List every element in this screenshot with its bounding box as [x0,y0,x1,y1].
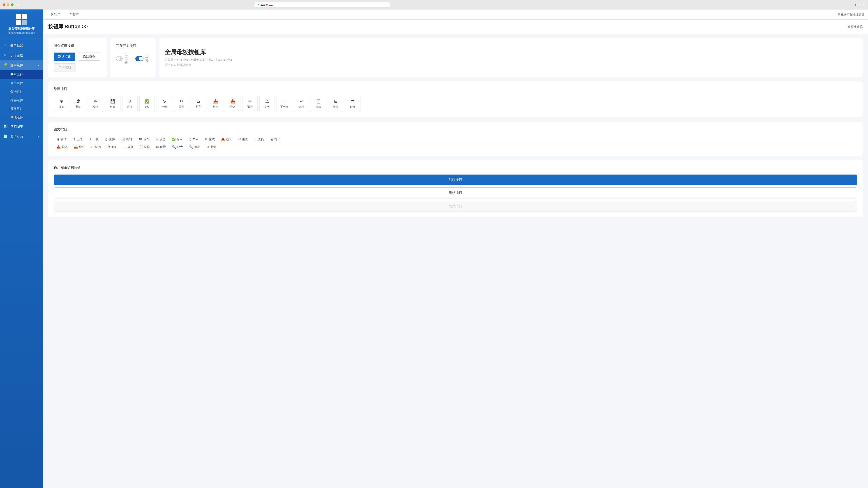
float-btn-manage[interactable]: ⊞ 管理 [328,96,343,112]
generate-icon: ⚙ [205,137,208,141]
logo-square-1 [16,14,21,19]
float-btn-next[interactable]: → 下一步 [277,96,292,112]
text-btn-generate[interactable]: ⚙ 生成 [202,136,218,143]
float-btn-reject[interactable]: ⊘ 拒绝 [157,96,172,112]
reset-icon: ↺ [180,99,183,104]
sidebar-sub-item-data[interactable]: 数据组件 [0,88,43,96]
windows-icon[interactable]: ⊞ [863,3,865,6]
address-text: 127.0.0.1 [260,3,273,6]
toggle-off[interactable] [116,56,123,61]
text-btn-split[interactable]: ⊟ 分屏 [120,144,136,151]
full-btn-outline[interactable]: 原始按钮 [54,187,857,198]
more-resources-action[interactable]: ⊞ 更多资源 [847,25,863,29]
float-btn-reject-label: 拒绝 [161,105,167,109]
browser-actions: ⬆ + ⊞ [855,3,865,6]
text-btn-new[interactable]: ⊕ 新增 [54,136,70,143]
float-btn-edit-label: 编辑 [93,105,98,109]
minimize-button[interactable] [7,3,9,6]
sidebar-item-design[interactable]: ✏ 设计基础 [0,51,43,60]
float-btn-fill[interactable]: 📋 充善 [311,96,326,112]
float-btn-next-label: 下一步 [280,105,288,109]
float-btn-export[interactable]: 📤 导出 [208,96,223,112]
tab-action-resource[interactable]: ⊞ 更多产品经理资源 [838,12,864,17]
float-btn-import[interactable]: 📥 导入 [225,96,241,112]
float-btn-save[interactable]: 💾 保存 [105,96,120,112]
sidebar-sub-item-form[interactable]: 表单组件 [0,79,43,88]
text-btn-export[interactable]: 📤 导出 [71,144,88,151]
chevron-down-icon: ∨ [37,135,39,138]
text-btn-save[interactable]: 💾 保存 [135,136,153,143]
sidebar-item-login[interactable]: ⊞ 登录框架 [0,41,43,51]
share-icon[interactable]: ⬆ [855,3,857,6]
sidebar-item-page[interactable]: 📄 典型页面 ∨ [0,132,43,142]
sidebar-sub-item-basic[interactable]: 基本组件 [0,70,43,79]
float-btn-print[interactable]: 🖨 打印 [191,96,206,112]
close-button[interactable] [3,3,5,6]
text-btn-return[interactable]: ↩ 返回 [88,144,104,151]
float-btn-invalid[interactable]: ⚠ 失效 [259,96,275,112]
new-icon: ⊕ [57,137,60,141]
float-btn-return[interactable]: ↵ 返回 [294,96,309,112]
text-btn-upload[interactable]: ⬆ 上传 [70,136,86,143]
maximize-button[interactable] [11,3,13,6]
toggle-item-on: 正常 [135,55,150,63]
sidebar-sub-label-modal: 弹层组件 [10,98,23,102]
sidebar-sub-item-modal[interactable]: 弹层组件 [0,96,43,105]
back-icon[interactable]: ‹ [20,3,22,6]
full-btn-default[interactable]: 默认按钮 [54,174,857,185]
text-btn-send[interactable]: ✈ 发送 [153,136,168,143]
text-btn-replace[interactable]: ⇄ 置换 [251,136,267,143]
new-tab-icon[interactable]: + [859,3,861,6]
text-btn-time[interactable]: ⏱ 时间 [104,144,120,151]
text-btn-download[interactable]: ⬇ 下载 [86,136,102,143]
text-btn-download-label: 下载 [93,137,99,141]
text-btn-place[interactable]: 📤 放号 [218,136,235,143]
float-btn-delete[interactable]: 🗑 删除 [71,96,86,112]
text-btn-zoomin-label: 放大 [177,145,183,149]
toggle-on[interactable] [135,56,144,61]
float-btn-confirm[interactable]: ✅ 确认 [140,96,155,112]
float-btn-fill-label: 充善 [316,105,321,109]
float-btn-back[interactable]: ↩ 退回 [242,96,257,112]
text-btn-position[interactable]: ⊞ 位置 [153,144,169,151]
float-btn-edit[interactable]: ✏ 编辑 [88,96,103,112]
float-btn-publish[interactable]: ✈ 发布 [122,96,137,112]
send-icon: ✈ [156,137,158,141]
outline-button[interactable]: 原始按钮 [78,53,100,61]
rounded-buttons-title: 圆角矩形按钮 [54,44,101,48]
text-btn-print[interactable]: 🖨 打印 [267,136,283,143]
text-btn-split-label: 分屏 [127,145,133,149]
float-btn-add[interactable]: ⊕ 添加 [54,96,69,112]
logo-title: 后台管理系统组件库 [8,27,35,31]
float-btn-transfer[interactable]: ⇄ 转换 [345,96,361,112]
text-btn-zoomin[interactable]: 🔍 放大 [169,144,186,151]
sidebar-item-common[interactable]: 🧩 通用组件 ∧ [0,60,43,70]
text-btn-zoomout[interactable]: 🔍 缩小 [186,144,203,151]
sidebar-item-label-page: 典型页面 [10,135,35,139]
address-bar[interactable]: ● 127.0.0.1 [255,2,390,7]
text-btn-edit[interactable]: 📝 编辑 [118,136,135,143]
sidebar-toggle-icon[interactable]: ⊞ [16,3,19,6]
text-btn-fullscreen[interactable]: ⛶ 全屏 [136,144,153,151]
text-btn-enable[interactable]: ✅ 启用 [168,136,186,143]
text-btn-position-label: 位置 [160,145,166,149]
text-btn-reset[interactable]: ↺ 重置 [235,136,251,143]
text-btn-disable[interactable]: ⊘ 禁用 [186,136,202,143]
text-btn-delete[interactable]: 🗑 删除 [102,136,118,143]
text-btn-import[interactable]: 📥 导入 [54,144,71,151]
default-button[interactable]: 默认按钮 [54,53,75,61]
float-btn-return-label: 返回 [299,105,304,109]
tab-button[interactable]: 按钮库 [46,9,65,20]
float-btn-reset[interactable]: ↺ 重置 [174,96,189,112]
tab-bar: 按钮库 图标库 ⊞ 更多产品经理资源 [43,9,868,20]
sidebar-item-chart[interactable]: 📊 动态图表 [0,122,43,132]
sidebar-sub-item-nav[interactable]: 导航组件 [0,105,43,113]
text-btn-batch[interactable]: ⊞ 批量 [203,144,219,151]
sidebar-sub-item-other[interactable]: 其他组件 [0,113,43,122]
tab-icon[interactable]: 图标库 [65,9,84,20]
secure-icon: ● [257,3,259,6]
text-btn-send-label: 发送 [159,137,165,141]
next-icon: → [282,99,286,103]
toggle-off-label: 已维修 [125,53,131,65]
chevron-up-icon: ∧ [37,64,39,67]
